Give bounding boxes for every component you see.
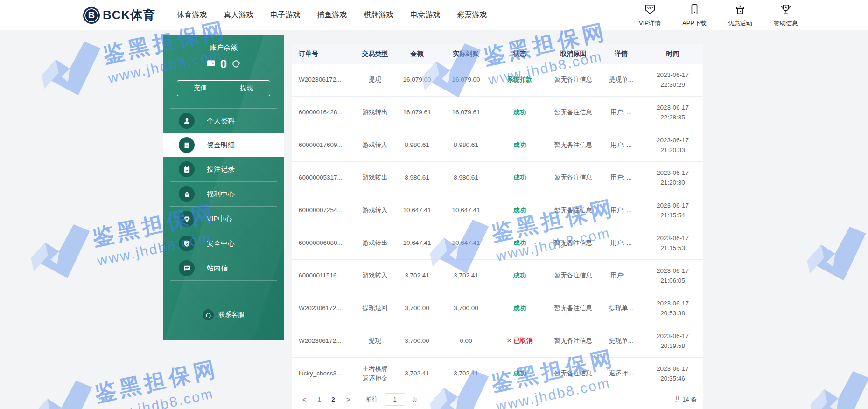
recharge-button[interactable]: 充值 bbox=[177, 81, 224, 96]
prev-page-button[interactable]: < bbox=[299, 396, 310, 403]
cell-cancel-reason: 暂无备注信息 bbox=[546, 140, 600, 150]
cell-cancel-reason: 暂无备注信息 bbox=[546, 75, 600, 84]
watermark-url: www.jhdb8.com bbox=[98, 383, 224, 409]
security-icon bbox=[179, 236, 195, 251]
next-page-button[interactable]: > bbox=[343, 396, 354, 403]
cell-amount: 8,980.61 bbox=[395, 140, 439, 150]
nav-item[interactable]: 捕鱼游戏 bbox=[317, 10, 347, 20]
cell-actual-amount: 10,647.41 bbox=[439, 206, 493, 215]
page-number-button[interactable]: 2 bbox=[328, 394, 339, 406]
table-row: 60000011516... 游戏转入 3,702.41 3,702.41 成功… bbox=[292, 260, 703, 292]
cell-order-no: 60000016428... bbox=[292, 108, 355, 117]
nav-item[interactable]: 电竞游戏 bbox=[410, 10, 440, 20]
page-number-button[interactable]: 1 bbox=[314, 394, 325, 406]
watermark-logo-icon bbox=[32, 34, 113, 108]
cell-actual-amount: 3,702.41 bbox=[439, 369, 493, 378]
column-header: 状态 bbox=[493, 50, 546, 58]
withdraw-button[interactable]: 提现 bbox=[224, 81, 270, 96]
column-header: 订单号 bbox=[292, 50, 355, 58]
cell-detail-link[interactable]: 用户: ... bbox=[600, 206, 642, 215]
cell-time: 2023-06-1722:30:29 bbox=[642, 70, 703, 90]
brand-emblem-icon: B bbox=[83, 7, 100, 24]
nav-item[interactable]: 体育游戏 bbox=[177, 10, 207, 20]
sidebar-item[interactable]: VIP中心 bbox=[163, 207, 284, 231]
quick-menu-item[interactable]: APP下载 bbox=[682, 3, 707, 28]
quick-menu-label: 赞助信息 bbox=[774, 19, 798, 28]
balance-title: 账户余额 bbox=[163, 43, 284, 52]
balance-value: 0 bbox=[220, 58, 227, 70]
cell-clock-time: 22:30:29 bbox=[642, 80, 703, 90]
table-row: 60000016428... 游戏转出 16,079.61 16,079.61 … bbox=[292, 97, 703, 129]
cell-order-no: 60000011516... bbox=[292, 271, 355, 280]
cell-actual-amount: 0.00 bbox=[439, 336, 493, 346]
top-bar: B BCK体育 体育游戏真人游戏电子游戏捕鱼游戏棋牌游戏电竞游戏彩票游戏 VIP… bbox=[0, 0, 868, 30]
table-row: W202306172... 提现 3,700.00 0.00 ✕已取消 暂无备注… bbox=[292, 325, 703, 358]
brand-logo[interactable]: B BCK体育 bbox=[83, 7, 155, 24]
cell-time: 2023-06-1720:39:58 bbox=[642, 332, 703, 351]
cell-date: 2023-06-17 bbox=[642, 266, 703, 276]
quick-menu-item[interactable]: 优惠活动 bbox=[728, 3, 752, 28]
cell-transaction-type: 游戏转入 bbox=[355, 206, 395, 215]
sidebar-item[interactable]: 投注记录 bbox=[163, 157, 284, 181]
cell-cancel-reason: 暂无备注信息 bbox=[546, 271, 600, 280]
sidebar-item[interactable]: 安全中心 bbox=[163, 231, 284, 256]
cell-detail-link[interactable]: 提现单... bbox=[600, 75, 642, 84]
sidebar-item[interactable]: 福利中心 bbox=[163, 182, 284, 206]
cell-time: 2023-06-1722:28:35 bbox=[642, 103, 703, 122]
contact-support-button[interactable]: 联系客服 bbox=[163, 309, 284, 320]
cell-detail-link[interactable]: 用户: ... bbox=[600, 173, 642, 182]
sidebar-item[interactable]: 资金明细 bbox=[163, 133, 284, 157]
cell-transaction-type: 提现退回 bbox=[355, 304, 395, 313]
cell-detail-link[interactable]: 提现单... bbox=[600, 336, 642, 346]
column-header: 详情 bbox=[600, 50, 642, 58]
main-nav: 体育游戏真人游戏电子游戏捕鱼游戏棋牌游戏电竞游戏彩票游戏 bbox=[177, 10, 487, 20]
table-row: 60000017609... 游戏转入 8,980.61 8,980.61 成功… bbox=[292, 129, 703, 162]
quick-menu-item[interactable]: 赞助信息 bbox=[774, 3, 798, 28]
goto-page-input[interactable] bbox=[385, 393, 405, 406]
trophy-icon bbox=[780, 3, 792, 17]
cell-detail-link[interactable]: 用户: ... bbox=[600, 108, 642, 117]
funds-detail-panel: 订单号交易类型金额实际到账状态取消原因详情时间 W202306172... 提现… bbox=[292, 44, 703, 409]
vip-icon bbox=[179, 211, 195, 227]
nav-item[interactable]: 彩票游戏 bbox=[457, 10, 487, 20]
page-numbers: 12 bbox=[314, 394, 339, 406]
cell-detail-link[interactable]: 用户: ... bbox=[600, 238, 642, 248]
cell-transaction-type: 提现 bbox=[355, 75, 395, 84]
message-icon bbox=[179, 260, 195, 276]
cell-date: 2023-06-17 bbox=[642, 332, 703, 341]
cell-transaction-type: 游戏转出 bbox=[355, 108, 395, 117]
cell-date: 2023-06-17 bbox=[642, 364, 703, 374]
table-body: W202306172... 提现 16,079.00 16,079.00 系统扣… bbox=[292, 64, 703, 390]
cell-transaction-type: 提现 bbox=[355, 336, 395, 346]
cell-actual-amount: 16,079.00 bbox=[439, 75, 493, 84]
cell-status: 成功 bbox=[493, 173, 546, 182]
sidebar-item[interactable]: 站内信 bbox=[163, 256, 284, 280]
nav-item[interactable]: 棋牌游戏 bbox=[364, 10, 393, 20]
nav-item[interactable]: 电子游戏 bbox=[270, 10, 300, 20]
table-row: lucky_chess3... 王者棋牌 返还押金 3,702.41 3,702… bbox=[292, 358, 703, 390]
cell-date: 2023-06-17 bbox=[642, 136, 703, 145]
cell-clock-time: 22:28:35 bbox=[642, 113, 703, 122]
phone-icon bbox=[688, 3, 700, 17]
quick-menu-item[interactable]: VIPVIP详情 bbox=[639, 3, 661, 28]
cell-order-no: 60000007254... bbox=[292, 206, 355, 215]
wallet-icon bbox=[206, 58, 216, 69]
cell-cancel-reason: 暂无备注信息 bbox=[546, 238, 600, 248]
sidebar-item[interactable]: 个人资料 bbox=[163, 109, 284, 133]
cell-amount: 8,980.61 bbox=[395, 173, 439, 182]
cell-detail-link[interactable]: 用户: ... bbox=[600, 140, 642, 150]
sidebar-menu: 个人资料资金明细投注记录福利中心VIP中心安全中心站内信 bbox=[163, 109, 284, 281]
quick-menu: VIPVIP详情APP下载优惠活动赞助信息 bbox=[639, 3, 798, 28]
wallet-buttons: 充值 提现 bbox=[177, 80, 270, 96]
refresh-balance-icon[interactable] bbox=[231, 59, 241, 69]
cell-clock-time: 20:39:58 bbox=[642, 341, 703, 351]
cell-order-no: W202306172... bbox=[292, 304, 355, 313]
cell-amount: 10,647.41 bbox=[395, 206, 439, 215]
funds-icon bbox=[179, 137, 195, 153]
cell-detail-link[interactable]: 返还押... bbox=[600, 369, 642, 378]
cell-detail-link[interactable]: 提现单... bbox=[600, 304, 642, 313]
sidebar-item-label: VIP中心 bbox=[207, 215, 232, 223]
nav-item[interactable]: 真人游戏 bbox=[224, 10, 253, 20]
brand-name: BCK体育 bbox=[103, 7, 155, 23]
cell-detail-link[interactable]: 用户: ... bbox=[600, 271, 642, 280]
